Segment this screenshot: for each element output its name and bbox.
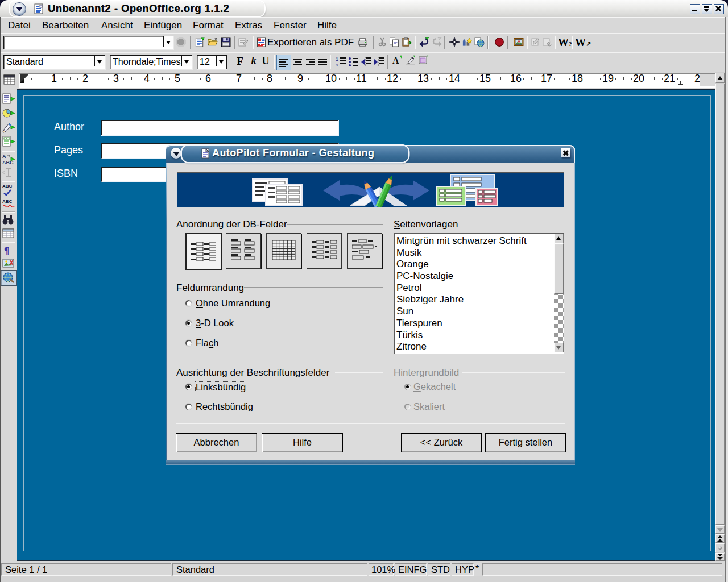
svg-text:¶: ¶ <box>4 245 9 256</box>
svg-text:A: A <box>392 56 399 65</box>
svg-text:2: 2 <box>336 63 338 66</box>
svg-text:ABC: ABC <box>2 199 13 204</box>
svg-text:A: A <box>2 153 6 159</box>
svg-text:1: 1 <box>336 56 338 62</box>
svg-text:ABC: ABC <box>2 184 13 189</box>
